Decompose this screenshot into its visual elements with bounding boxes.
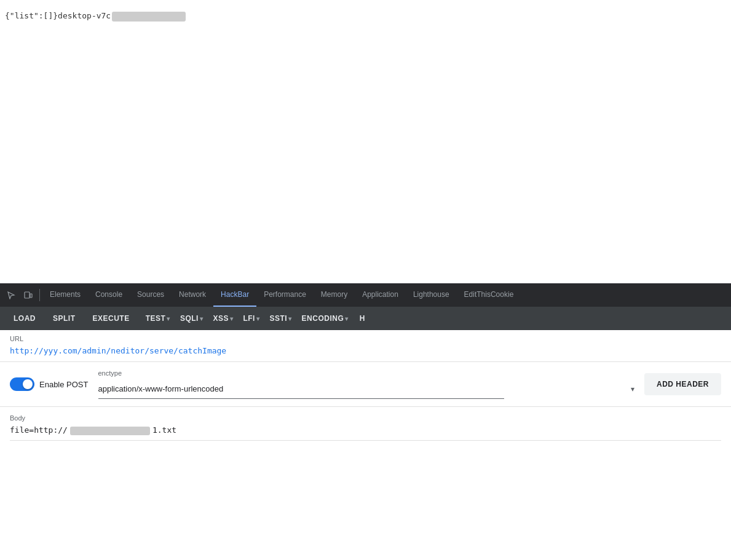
enable-post-toggle[interactable]: [10, 377, 34, 391]
enable-post-label: Enable POST: [39, 380, 89, 389]
sqli-dropdown[interactable]: SQLI ▾: [173, 310, 206, 327]
post-section: Enable POST enctype application/x-www-fo…: [0, 362, 731, 407]
svg-rect-0: [25, 292, 30, 298]
body-suffix: 1.txt: [152, 425, 176, 435]
url-label: URL: [10, 335, 721, 342]
device-icon[interactable]: [20, 286, 37, 304]
tab-lighthouse[interactable]: Lighthouse: [406, 283, 457, 307]
ssti-dropdown-arrow: ▾: [288, 315, 292, 322]
sqli-dropdown-arrow: ▾: [200, 315, 203, 322]
devtools-tab-bar: Elements Console Sources Network HackBar…: [0, 283, 731, 307]
body-value[interactable]: file=http://1.txt: [10, 424, 721, 441]
enable-post-toggle-container: Enable POST: [10, 377, 89, 391]
tab-elements[interactable]: Elements: [42, 283, 88, 307]
page-text: {"list":[]}desktop-v7c: [5, 11, 186, 22]
test-dropdown[interactable]: TEST ▾: [138, 310, 173, 327]
body-prefix: file=http://: [10, 425, 68, 435]
lfi-dropdown[interactable]: LFI ▾: [235, 310, 262, 327]
url-section: URL http://yyy.com/admin/neditor/serve/c…: [0, 330, 731, 362]
tab-editthiscookie[interactable]: EditThisCookie: [457, 283, 521, 307]
enctype-label: enctype: [98, 369, 634, 377]
enctype-dropdown-arrow: ▾: [631, 385, 634, 393]
body-blurred: [70, 427, 150, 435]
page-text-blurred: [112, 12, 186, 22]
xss-dropdown-arrow: ▾: [230, 315, 234, 322]
tab-hackbar[interactable]: HackBar: [213, 283, 256, 307]
tab-sources[interactable]: Sources: [130, 283, 172, 307]
hackbar-toolbar: LOAD SPLIT EXECUTE TEST ▾ SQLI ▾ XSS ▾ L…: [0, 307, 731, 330]
add-header-button[interactable]: ADD HEADER: [644, 373, 721, 395]
tab-network[interactable]: Network: [172, 283, 213, 307]
encoding-dropdown-arrow: ▾: [345, 315, 349, 322]
tab-console[interactable]: Console: [88, 283, 130, 307]
toggle-track: [10, 377, 34, 391]
execute-button[interactable]: EXECUTE: [84, 310, 138, 327]
tab-memory[interactable]: Memory: [314, 283, 355, 307]
body-section: Body file=http://1.txt: [0, 407, 731, 446]
xss-dropdown[interactable]: XSS ▾: [205, 310, 235, 327]
enctype-group: enctype application/x-www-form-urlencode…: [98, 369, 634, 399]
page-text-content: {"list":[]}desktop-v7c: [5, 11, 111, 20]
cursor-icon[interactable]: [2, 286, 20, 304]
load-button[interactable]: LOAD: [5, 310, 44, 327]
main-page: {"list":[]}desktop-v7c: [0, 0, 731, 283]
ssti-dropdown[interactable]: SSTI ▾: [262, 310, 294, 327]
h-button[interactable]: H: [351, 310, 374, 327]
lfi-dropdown-arrow: ▾: [256, 315, 260, 322]
hackbar-content: URL http://yyy.com/admin/neditor/serve/c…: [0, 330, 731, 560]
url-value[interactable]: http://yyy.com/admin/neditor/serve/catch…: [10, 345, 721, 357]
test-dropdown-arrow: ▾: [167, 315, 170, 322]
enctype-select-wrapper: application/x-www-form-urlencoded ▾: [98, 379, 634, 399]
tab-bar-separator: [39, 289, 40, 301]
toggle-thumb: [23, 379, 33, 389]
svg-rect-1: [30, 294, 32, 298]
devtools-panel: Elements Console Sources Network HackBar…: [0, 283, 731, 560]
split-button[interactable]: SPLIT: [44, 310, 84, 327]
enctype-select[interactable]: application/x-www-form-urlencoded: [98, 379, 504, 399]
encoding-dropdown[interactable]: ENCODING ▾: [294, 310, 351, 327]
tab-performance[interactable]: Performance: [256, 283, 314, 307]
body-label: Body: [10, 414, 721, 422]
tab-application[interactable]: Application: [355, 283, 406, 307]
